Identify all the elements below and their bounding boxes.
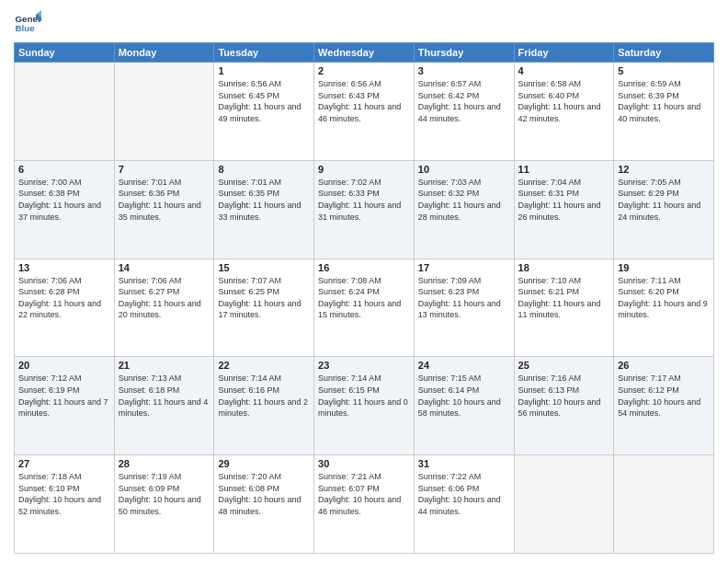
calendar-cell: 15Sunrise: 7:07 AM Sunset: 6:25 PM Dayli…: [214, 259, 314, 357]
calendar-cell: 25Sunrise: 7:16 AM Sunset: 6:13 PM Dayli…: [514, 357, 614, 455]
day-number: 19: [618, 262, 710, 273]
day-number: 8: [218, 164, 310, 175]
day-info: Sunrise: 7:06 AM Sunset: 6:27 PM Dayligh…: [119, 275, 210, 321]
calendar-cell: [514, 455, 614, 554]
day-number: 16: [318, 262, 410, 273]
calendar-cell: 2Sunrise: 6:56 AM Sunset: 6:43 PM Daylig…: [314, 63, 415, 161]
calendar-cell: 3Sunrise: 6:57 AM Sunset: 6:42 PM Daylig…: [414, 63, 514, 161]
calendar-cell: 7Sunrise: 7:01 AM Sunset: 6:36 PM Daylig…: [114, 160, 214, 259]
calendar-cell: 27Sunrise: 7:18 AM Sunset: 6:10 PM Dayli…: [15, 455, 115, 554]
calendar-cell: 8Sunrise: 7:01 AM Sunset: 6:35 PM Daylig…: [214, 160, 314, 259]
day-number: 14: [119, 262, 210, 273]
day-info: Sunrise: 6:59 AM Sunset: 6:39 PM Dayligh…: [618, 78, 710, 124]
day-info: Sunrise: 7:01 AM Sunset: 6:35 PM Dayligh…: [218, 177, 310, 223]
calendar-week-4: 20Sunrise: 7:12 AM Sunset: 6:19 PM Dayli…: [15, 357, 714, 455]
day-info: Sunrise: 7:06 AM Sunset: 6:28 PM Dayligh…: [18, 275, 110, 321]
col-header-sunday: Sunday: [15, 43, 115, 63]
calendar-cell: 28Sunrise: 7:19 AM Sunset: 6:09 PM Dayli…: [114, 455, 214, 554]
calendar-cell: 19Sunrise: 7:11 AM Sunset: 6:20 PM Dayli…: [614, 259, 714, 357]
day-number: 7: [119, 164, 210, 175]
day-info: Sunrise: 7:00 AM Sunset: 6:38 PM Dayligh…: [18, 177, 110, 223]
calendar-cell: 14Sunrise: 7:06 AM Sunset: 6:27 PM Dayli…: [114, 259, 214, 357]
day-info: Sunrise: 7:14 AM Sunset: 6:15 PM Dayligh…: [318, 373, 410, 419]
calendar-cell: [15, 63, 115, 161]
calendar-cell: 1Sunrise: 6:56 AM Sunset: 6:45 PM Daylig…: [214, 63, 314, 161]
day-info: Sunrise: 7:02 AM Sunset: 6:33 PM Dayligh…: [318, 177, 410, 223]
day-number: 26: [618, 360, 710, 371]
day-info: Sunrise: 7:22 AM Sunset: 6:06 PM Dayligh…: [418, 471, 510, 517]
calendar-cell: 20Sunrise: 7:12 AM Sunset: 6:19 PM Dayli…: [15, 357, 115, 455]
calendar-week-5: 27Sunrise: 7:18 AM Sunset: 6:10 PM Dayli…: [15, 455, 714, 554]
day-number: 3: [418, 65, 510, 76]
day-info: Sunrise: 6:58 AM Sunset: 6:40 PM Dayligh…: [518, 78, 610, 124]
day-number: 10: [418, 164, 510, 175]
calendar-week-1: 1Sunrise: 6:56 AM Sunset: 6:45 PM Daylig…: [15, 63, 714, 161]
day-number: 5: [618, 65, 710, 76]
day-number: 17: [418, 262, 510, 273]
day-number: 15: [218, 262, 310, 273]
day-number: 6: [18, 164, 110, 175]
col-header-tuesday: Tuesday: [214, 43, 314, 63]
col-header-saturday: Saturday: [614, 43, 714, 63]
calendar-cell: 29Sunrise: 7:20 AM Sunset: 6:08 PM Dayli…: [214, 455, 314, 554]
calendar-week-2: 6Sunrise: 7:00 AM Sunset: 6:38 PM Daylig…: [15, 160, 714, 259]
calendar-cell: [114, 63, 214, 161]
calendar-cell: 26Sunrise: 7:17 AM Sunset: 6:12 PM Dayli…: [614, 357, 714, 455]
day-info: Sunrise: 7:01 AM Sunset: 6:36 PM Dayligh…: [119, 177, 210, 223]
calendar-week-3: 13Sunrise: 7:06 AM Sunset: 6:28 PM Dayli…: [15, 259, 714, 357]
logo-icon: General Blue: [14, 9, 41, 37]
day-number: 25: [518, 360, 610, 371]
day-number: 31: [418, 458, 510, 469]
day-info: Sunrise: 7:17 AM Sunset: 6:12 PM Dayligh…: [618, 373, 710, 419]
col-header-wednesday: Wednesday: [314, 43, 415, 63]
day-number: 11: [518, 164, 610, 175]
day-info: Sunrise: 7:15 AM Sunset: 6:14 PM Dayligh…: [418, 373, 510, 419]
day-info: Sunrise: 7:14 AM Sunset: 6:16 PM Dayligh…: [218, 373, 310, 419]
day-info: Sunrise: 6:56 AM Sunset: 6:45 PM Dayligh…: [218, 78, 310, 124]
day-info: Sunrise: 7:09 AM Sunset: 6:23 PM Dayligh…: [418, 275, 510, 321]
logo: General Blue: [14, 9, 45, 37]
calendar-cell: 17Sunrise: 7:09 AM Sunset: 6:23 PM Dayli…: [414, 259, 514, 357]
day-info: Sunrise: 7:11 AM Sunset: 6:20 PM Dayligh…: [618, 275, 710, 321]
day-number: 30: [318, 458, 410, 469]
day-number: 2: [318, 65, 410, 76]
day-info: Sunrise: 7:12 AM Sunset: 6:19 PM Dayligh…: [18, 373, 110, 419]
calendar-cell: 13Sunrise: 7:06 AM Sunset: 6:28 PM Dayli…: [15, 259, 115, 357]
calendar-cell: 10Sunrise: 7:03 AM Sunset: 6:32 PM Dayli…: [414, 160, 514, 259]
day-number: 27: [18, 458, 110, 469]
calendar-cell: 16Sunrise: 7:08 AM Sunset: 6:24 PM Dayli…: [314, 259, 415, 357]
day-info: Sunrise: 6:56 AM Sunset: 6:43 PM Dayligh…: [318, 78, 410, 124]
day-number: 4: [518, 65, 610, 76]
day-number: 29: [218, 458, 310, 469]
day-number: 1: [218, 65, 310, 76]
day-info: Sunrise: 7:13 AM Sunset: 6:18 PM Dayligh…: [119, 373, 210, 419]
col-header-monday: Monday: [114, 43, 214, 63]
calendar-cell: 18Sunrise: 7:10 AM Sunset: 6:21 PM Dayli…: [514, 259, 614, 357]
svg-text:Blue: Blue: [16, 23, 36, 33]
calendar: SundayMondayTuesdayWednesdayThursdayFrid…: [14, 42, 714, 554]
day-info: Sunrise: 7:05 AM Sunset: 6:29 PM Dayligh…: [618, 177, 710, 223]
day-info: Sunrise: 7:03 AM Sunset: 6:32 PM Dayligh…: [418, 177, 510, 223]
calendar-cell: [614, 455, 714, 554]
header: General Blue: [14, 9, 714, 37]
day-info: Sunrise: 7:07 AM Sunset: 6:25 PM Dayligh…: [218, 275, 310, 321]
day-number: 23: [318, 360, 410, 371]
calendar-body: 1Sunrise: 6:56 AM Sunset: 6:45 PM Daylig…: [15, 63, 714, 554]
col-header-thursday: Thursday: [414, 43, 514, 63]
calendar-cell: 24Sunrise: 7:15 AM Sunset: 6:14 PM Dayli…: [414, 357, 514, 455]
day-info: Sunrise: 7:16 AM Sunset: 6:13 PM Dayligh…: [518, 373, 610, 419]
calendar-header-row: SundayMondayTuesdayWednesdayThursdayFrid…: [15, 43, 714, 63]
calendar-cell: 9Sunrise: 7:02 AM Sunset: 6:33 PM Daylig…: [314, 160, 415, 259]
calendar-cell: 4Sunrise: 6:58 AM Sunset: 6:40 PM Daylig…: [514, 63, 614, 161]
day-info: Sunrise: 6:57 AM Sunset: 6:42 PM Dayligh…: [418, 78, 510, 124]
day-number: 18: [518, 262, 610, 273]
calendar-cell: 12Sunrise: 7:05 AM Sunset: 6:29 PM Dayli…: [614, 160, 714, 259]
day-info: Sunrise: 7:21 AM Sunset: 6:07 PM Dayligh…: [318, 471, 410, 517]
day-number: 28: [119, 458, 210, 469]
day-number: 12: [618, 164, 710, 175]
calendar-cell: 31Sunrise: 7:22 AM Sunset: 6:06 PM Dayli…: [414, 455, 514, 554]
day-info: Sunrise: 7:18 AM Sunset: 6:10 PM Dayligh…: [18, 471, 110, 517]
day-number: 24: [418, 360, 510, 371]
calendar-cell: 30Sunrise: 7:21 AM Sunset: 6:07 PM Dayli…: [314, 455, 415, 554]
day-info: Sunrise: 7:20 AM Sunset: 6:08 PM Dayligh…: [218, 471, 310, 517]
